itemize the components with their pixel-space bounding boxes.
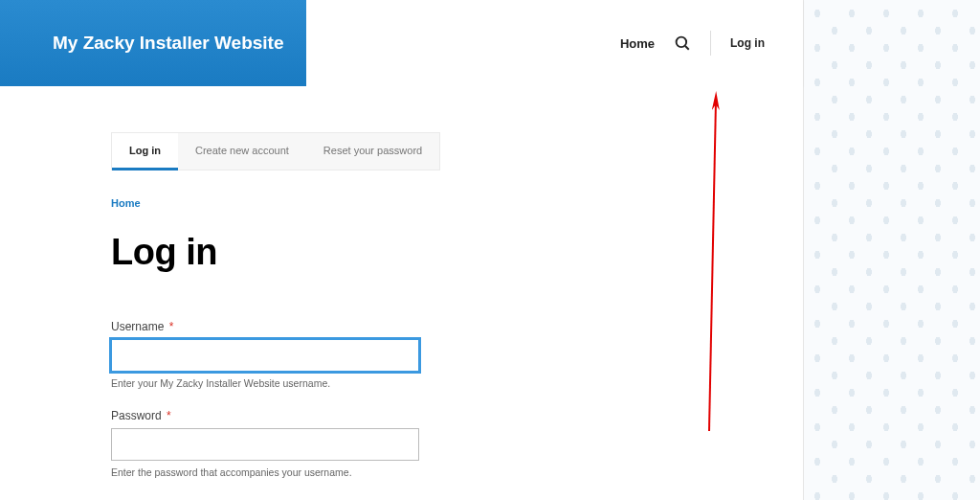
- search-icon[interactable]: [674, 34, 691, 52]
- header-nav: Home Log in: [306, 0, 803, 86]
- tab-reset-password[interactable]: Reset your password: [306, 133, 439, 170]
- required-indicator: *: [169, 320, 174, 333]
- password-group: Password * Enter the password that accom…: [111, 406, 803, 478]
- svg-line-1: [685, 46, 689, 50]
- password-label-text: Password: [111, 409, 162, 422]
- svg-point-0: [677, 37, 687, 48]
- required-indicator: *: [167, 409, 171, 422]
- login-form: Username * Enter your My Zacky Installer…: [111, 317, 803, 500]
- breadcrumb[interactable]: Home: [111, 197, 803, 209]
- password-field[interactable]: [111, 428, 419, 461]
- tab-login[interactable]: Log in: [112, 133, 178, 170]
- brand-block: My Zacky Installer Website: [0, 0, 306, 86]
- username-label-text: Username: [111, 320, 164, 333]
- background-pattern: [803, 0, 980, 500]
- username-group: Username * Enter your My Zacky Installer…: [111, 317, 803, 389]
- page-title: Log in: [111, 232, 803, 273]
- nav-home-link[interactable]: Home: [620, 36, 655, 51]
- password-help: Enter the password that accompanies your…: [111, 466, 803, 478]
- site-header: My Zacky Installer Website Home Log in: [0, 0, 803, 86]
- nav-login-link[interactable]: Log in: [730, 36, 765, 50]
- username-field[interactable]: [111, 339, 419, 372]
- divider: [710, 31, 711, 56]
- site-title[interactable]: My Zacky Installer Website: [53, 33, 283, 54]
- main-content: Log in Create new account Reset your pas…: [0, 86, 803, 500]
- password-label: Password *: [111, 409, 171, 422]
- tab-create-account[interactable]: Create new account: [178, 133, 306, 170]
- username-help: Enter your My Zacky Installer Website us…: [111, 377, 803, 389]
- auth-tabs: Log in Create new account Reset your pas…: [111, 132, 440, 170]
- username-label: Username *: [111, 320, 173, 333]
